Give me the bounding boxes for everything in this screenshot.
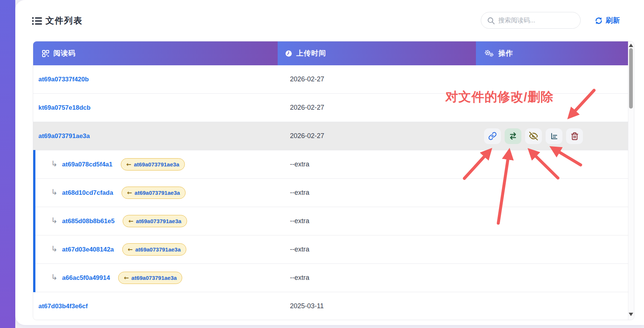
refresh-button[interactable]: 刷新 bbox=[595, 15, 620, 26]
file-table: 阅读码上传时间操作 at69a07337f420b2026-02-27kt69a… bbox=[33, 41, 634, 320]
table-row: at67d03b4f3e6cf2025-03-11 bbox=[33, 292, 628, 320]
column-header-2: 上传时间 bbox=[278, 41, 476, 65]
left-arrow-icon: ← bbox=[124, 274, 129, 281]
upload-time: --extra bbox=[278, 274, 476, 282]
qrcode-icon bbox=[42, 50, 49, 57]
search-input[interactable] bbox=[481, 12, 580, 28]
table-row: at69a073791ae3a2026-02-27 bbox=[33, 122, 628, 150]
left-arrow-icon: ← bbox=[127, 189, 132, 196]
reading-code-link[interactable]: at67d03e408142a bbox=[62, 246, 114, 253]
scrollbar-down-arrow[interactable] bbox=[629, 313, 633, 316]
parent-code-badge[interactable]: ←at69a073791ae3a bbox=[121, 158, 185, 171]
content-card: 文件列表 刷新 阅读码上传时间操作 at69a07337f420b2026-02… bbox=[15, 0, 644, 325]
parent-code: at69a073791ae3a bbox=[136, 218, 181, 224]
clock-icon bbox=[285, 50, 292, 57]
reading-code-link[interactable]: at68d10cd7cfada bbox=[62, 189, 113, 197]
reading-code-cell: at67d03b4f3e6cf bbox=[33, 303, 278, 310]
reading-code-cell: kt69a0757e18dcb bbox=[33, 104, 278, 112]
table-row: ↳at685d08b8b61e5←at69a073791ae3a--extra bbox=[33, 207, 628, 235]
trash-icon bbox=[571, 132, 579, 140]
parent-code-badge[interactable]: ←at69a073791ae3a bbox=[121, 187, 186, 199]
actions-cell bbox=[476, 128, 628, 144]
column-header-1: 阅读码 bbox=[33, 41, 278, 65]
stats-button[interactable] bbox=[546, 128, 562, 144]
reading-code-link[interactable]: at69a07337f420b bbox=[38, 76, 89, 83]
parent-code-badge[interactable]: ←at69a073791ae3a bbox=[118, 272, 182, 284]
column-label: 阅读码 bbox=[53, 49, 76, 58]
table-row: ↳a66ac5f0a49914←at69a073791ae3a--extra bbox=[33, 264, 628, 292]
upload-time: 2025-03-11 bbox=[278, 302, 476, 310]
upload-time: --extra bbox=[278, 160, 476, 168]
table-row: ↳at69a078cd5f4a1←at69a073791ae3a--extra bbox=[33, 150, 628, 179]
column-label: 上传时间 bbox=[296, 49, 326, 58]
transfer-button[interactable] bbox=[505, 128, 521, 144]
reading-code-cell: ↳a66ac5f0a49914←at69a073791ae3a bbox=[33, 272, 278, 284]
upload-time: 2026-02-27 bbox=[278, 132, 476, 140]
gears-icon bbox=[484, 50, 494, 57]
annotation-text: 对文件的修改/删除 bbox=[445, 88, 553, 106]
upload-time: --extra bbox=[278, 189, 476, 197]
hide-button[interactable] bbox=[525, 128, 542, 144]
link-button[interactable] bbox=[484, 128, 501, 144]
reading-code-cell: at69a073791ae3a bbox=[33, 132, 278, 140]
reading-code-cell: at69a07337f420b bbox=[33, 76, 278, 83]
search-box bbox=[481, 12, 581, 29]
child-arrow-icon: ↳ bbox=[51, 159, 58, 168]
parent-code-badge[interactable]: ←at69a073791ae3a bbox=[122, 243, 186, 256]
reading-code-cell: ↳at69a078cd5f4a1←at69a073791ae3a bbox=[33, 158, 278, 171]
parent-code: at69a073791ae3a bbox=[135, 246, 181, 253]
refresh-icon bbox=[595, 17, 603, 25]
upload-time: --extra bbox=[278, 217, 476, 225]
left-arrow-icon: ← bbox=[128, 218, 133, 225]
left-arrow-icon: ← bbox=[126, 161, 131, 168]
child-arrow-icon: ↳ bbox=[51, 216, 58, 225]
table-row: ↳at67d03e408142a←at69a073791ae3a--extra bbox=[33, 235, 628, 264]
bar-chart-icon bbox=[550, 132, 558, 140]
upload-time: --extra bbox=[278, 246, 476, 253]
link-icon bbox=[488, 132, 497, 140]
reading-code-cell: ↳at67d03e408142a←at69a073791ae3a bbox=[33, 243, 278, 256]
swap-arrows-icon bbox=[509, 132, 517, 140]
reading-code-link[interactable]: at69a073791ae3a bbox=[38, 132, 90, 140]
page-title: 文件列表 bbox=[45, 15, 83, 26]
reading-code-link[interactable]: at67d03b4f3e6cf bbox=[38, 303, 88, 310]
column-header-3: 操作 bbox=[476, 41, 628, 65]
reading-code-link[interactable]: at685d08b8b61e5 bbox=[62, 218, 115, 225]
left-sidebar-band bbox=[0, 0, 15, 328]
scrollbar[interactable] bbox=[628, 41, 634, 320]
reading-code-link[interactable]: at69a078cd5f4a1 bbox=[62, 161, 113, 168]
list-icon bbox=[32, 16, 42, 25]
reading-code-link[interactable]: a66ac5f0a49914 bbox=[62, 274, 110, 282]
child-arrow-icon: ↳ bbox=[51, 188, 58, 197]
parent-code: at69a073791ae3a bbox=[135, 190, 180, 196]
scrollbar-up-arrow[interactable] bbox=[629, 44, 633, 47]
parent-code-badge[interactable]: ←at69a073791ae3a bbox=[123, 215, 187, 227]
parent-code: at69a073791ae3a bbox=[134, 161, 179, 168]
table-row: ↳at68d10cd7cfada←at69a073791ae3a--extra bbox=[33, 179, 628, 207]
reading-code-cell: ↳at68d10cd7cfada←at69a073791ae3a bbox=[33, 187, 278, 199]
column-label: 操作 bbox=[498, 49, 513, 58]
eye-off-icon bbox=[529, 132, 538, 140]
child-arrow-icon: ↳ bbox=[51, 273, 58, 282]
refresh-label: 刷新 bbox=[606, 16, 620, 25]
table-header: 阅读码上传时间操作 bbox=[33, 41, 628, 65]
reading-code-link[interactable]: kt69a0757e18dcb bbox=[38, 104, 91, 112]
delete-button[interactable] bbox=[566, 128, 583, 144]
parent-code: at69a073791ae3a bbox=[132, 275, 177, 281]
scrollbar-thumb[interactable] bbox=[629, 48, 633, 109]
left-arrow-icon: ← bbox=[128, 246, 133, 253]
reading-code-cell: ↳at685d08b8b61e5←at69a073791ae3a bbox=[33, 215, 278, 227]
child-arrow-icon: ↳ bbox=[51, 244, 58, 253]
upload-time: 2026-02-27 bbox=[278, 75, 476, 83]
